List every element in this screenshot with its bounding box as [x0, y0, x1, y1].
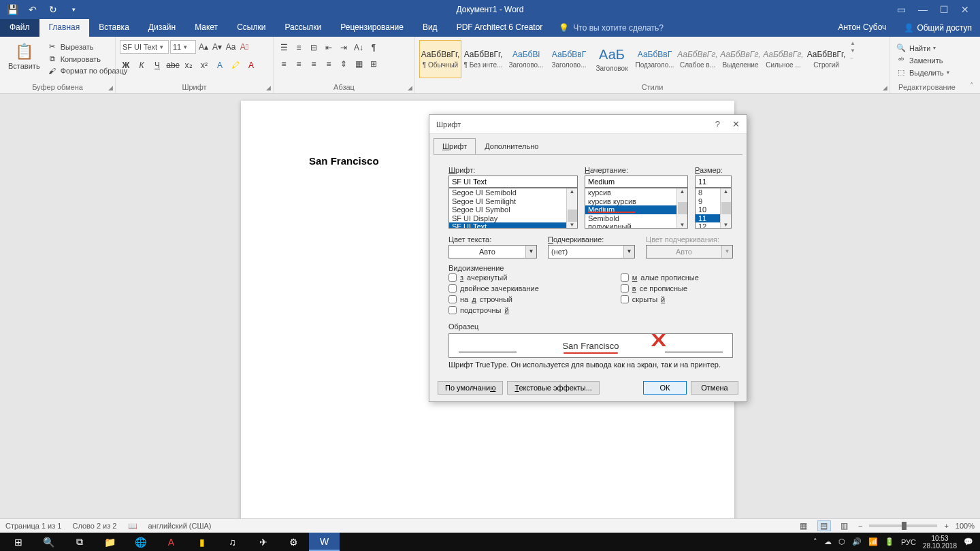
style-field-input[interactable]: [585, 176, 688, 188]
align-center-icon[interactable]: ≡: [293, 58, 305, 70]
word-taskbar-icon[interactable]: W: [309, 533, 340, 551]
list-item[interactable]: Segoe UI Semilight: [449, 197, 577, 206]
superscript-icon[interactable]: x²: [198, 59, 210, 71]
app-icon[interactable]: A: [156, 533, 186, 551]
input-lang[interactable]: РУС: [901, 538, 916, 546]
zoom-slider[interactable]: [869, 524, 937, 527]
close-icon[interactable]: ✕: [961, 4, 969, 15]
save-icon[interactable]: 💾: [7, 4, 18, 15]
scroll-up-icon[interactable]: ▲: [570, 188, 575, 195]
dialog-tab-advanced[interactable]: Дополнительно: [476, 138, 547, 154]
style-item[interactable]: АаБбВвГЗаголово...: [548, 40, 590, 78]
styles-scroll-down-icon[interactable]: ▼: [850, 48, 855, 54]
shading-icon[interactable]: ▦: [353, 58, 365, 70]
align-left-icon[interactable]: ≡: [278, 58, 290, 70]
maximize-icon[interactable]: ☐: [940, 4, 949, 15]
zoom-out-icon[interactable]: −: [858, 522, 862, 530]
style-item[interactable]: АаБбВвГг,Выделение: [719, 40, 762, 78]
web-layout-icon[interactable]: ▥: [838, 520, 851, 531]
strike-icon[interactable]: abc: [167, 59, 179, 71]
list-item[interactable]: Semibold: [585, 214, 687, 223]
cb-subscript[interactable]: подстрочный: [448, 306, 539, 314]
select-button[interactable]: ⬚Выделить▾: [894, 67, 951, 78]
font-size-combo[interactable]: 11▼: [170, 40, 196, 54]
set-default-button[interactable]: По умолчанию: [438, 381, 503, 395]
task-view-icon[interactable]: ⧉: [64, 533, 95, 551]
scroll-down-icon[interactable]: ▼: [570, 222, 575, 228]
ribbon-options-icon[interactable]: ▭: [897, 4, 906, 15]
paragraph-dialog-launcher[interactable]: ◢: [408, 84, 412, 91]
share-button[interactable]: 👤Общий доступ: [896, 19, 980, 37]
tab-review[interactable]: Рецензирование: [331, 19, 413, 37]
justify-icon[interactable]: ≡: [323, 58, 335, 70]
multilevel-icon[interactable]: ⊟: [308, 41, 320, 54]
network-icon[interactable]: 📶: [868, 537, 878, 546]
chrome-icon[interactable]: 🌐: [125, 533, 156, 551]
size-listbox[interactable]: 89101112▲▼: [695, 188, 732, 229]
font-listbox[interactable]: Segoe UI SemiboldSegoe UI SemilightSegoe…: [448, 188, 578, 229]
font-dialog-launcher[interactable]: ◢: [266, 84, 271, 91]
style-item[interactable]: АаБбВіЗаголово...: [505, 40, 547, 78]
cb-allcaps[interactable]: все прописные: [621, 284, 699, 293]
clear-format-icon[interactable]: A⃠: [238, 41, 250, 53]
italic-icon[interactable]: К: [135, 59, 148, 71]
explorer-icon[interactable]: 📁: [95, 533, 125, 551]
style-item[interactable]: АаБЗаголовок: [591, 40, 633, 78]
collapse-ribbon-icon[interactable]: ˄: [964, 37, 980, 93]
battery-icon[interactable]: 🔋: [885, 537, 894, 546]
scroll-up-icon[interactable]: ▲: [723, 188, 729, 195]
underline-icon[interactable]: Ч: [151, 59, 163, 71]
clipboard-dialog-launcher[interactable]: ◢: [108, 84, 113, 91]
styles-dialog-launcher[interactable]: ◢: [883, 84, 887, 91]
font-field-input[interactable]: [448, 176, 578, 188]
app-icon-2[interactable]: ▮: [186, 533, 217, 551]
list-item[interactable]: полужирный: [585, 222, 687, 229]
subscript-icon[interactable]: x₂: [182, 59, 195, 71]
borders-icon[interactable]: ⊞: [368, 58, 380, 70]
tab-pdf-architect[interactable]: PDF Architect 6 Creator: [447, 19, 553, 37]
tab-home[interactable]: Главная: [39, 19, 90, 37]
scroll-up-icon[interactable]: ▲: [680, 188, 685, 195]
read-mode-icon[interactable]: ▦: [797, 520, 811, 531]
list-item[interactable]: курсив курсив: [585, 197, 687, 206]
scrollbar-thumb[interactable]: [568, 210, 577, 222]
sort-icon[interactable]: A↓: [353, 41, 365, 54]
help-icon[interactable]: ?: [715, 119, 720, 129]
style-item[interactable]: АаБбВвГПодзаголо...: [634, 40, 676, 78]
app-icon-3[interactable]: ⚙: [278, 533, 309, 551]
grow-font-icon[interactable]: A▴: [197, 41, 210, 53]
cb-hidden[interactable]: скрытый: [621, 295, 699, 303]
align-right-icon[interactable]: ≡: [308, 58, 320, 70]
tab-file[interactable]: Файл: [0, 19, 39, 37]
list-item[interactable]: Segoe UI Symbol: [449, 205, 577, 214]
font-color-icon[interactable]: A: [245, 59, 257, 71]
ok-button[interactable]: ОК: [643, 381, 687, 395]
styles-gallery[interactable]: АаБбВвГг,¶ ОбычныйАаБбВвГг,¶ Без инте...…: [419, 40, 847, 78]
tab-insert[interactable]: Вставка: [89, 19, 139, 37]
scrollbar-thumb[interactable]: [721, 202, 731, 214]
size-field-input[interactable]: [695, 176, 732, 188]
show-marks-icon[interactable]: ¶: [368, 41, 380, 54]
zoom-thumb[interactable]: [902, 522, 906, 530]
cancel-button[interactable]: Отмена: [691, 381, 738, 395]
text-effects-icon[interactable]: A: [214, 59, 226, 71]
onedrive-icon[interactable]: ☁: [824, 537, 832, 546]
paste-button[interactable]: 📋 Вставить: [4, 40, 44, 73]
style-item[interactable]: АаБбВвГг,Сильное ...: [762, 40, 804, 78]
tab-view[interactable]: Вид: [413, 19, 447, 37]
scroll-down-icon[interactable]: ▼: [723, 222, 729, 228]
word-count[interactable]: Слово 2 из 2: [72, 522, 116, 530]
language-indicator[interactable]: английский (США): [148, 522, 212, 530]
cb-smallcaps[interactable]: малые прописные: [621, 273, 699, 282]
proofing-icon[interactable]: 📖: [128, 522, 137, 531]
redo-icon[interactable]: ↻: [48, 4, 59, 15]
list-item[interactable]: Segoe UI Semibold: [449, 188, 577, 197]
tab-layout[interactable]: Макет: [185, 19, 227, 37]
dec-indent-icon[interactable]: ⇤: [323, 41, 335, 54]
undo-icon[interactable]: ↶: [27, 4, 38, 15]
scroll-down-icon[interactable]: ▼: [680, 222, 685, 228]
bullets-icon[interactable]: ☰: [278, 41, 290, 54]
replace-button[interactable]: ᵃᵇЗаменить: [894, 55, 951, 65]
zoom-in-icon[interactable]: +: [944, 522, 948, 530]
page-indicator[interactable]: Страница 1 из 1: [5, 522, 61, 530]
